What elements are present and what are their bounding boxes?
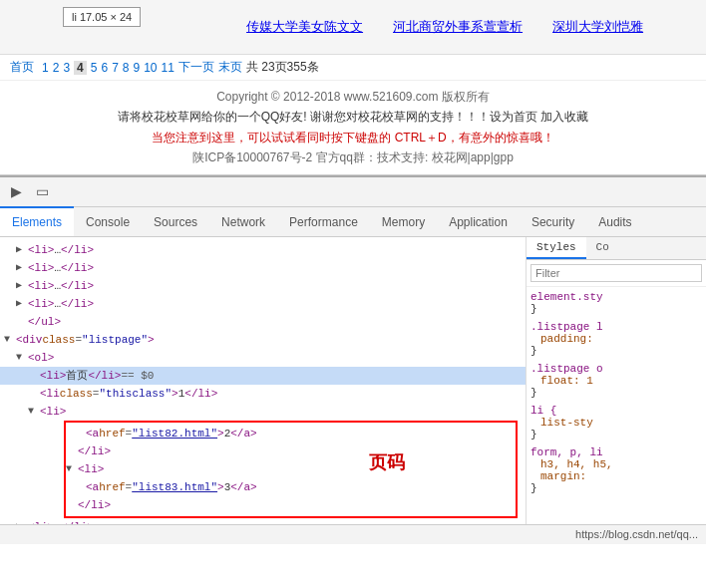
- triangle-icon[interactable]: ▶: [16, 242, 28, 258]
- webpage-content: Copyright © 2012-2018 www.521609.com 版权所…: [0, 81, 706, 174]
- elem-div-listpage[interactable]: ▼ <div class="listpage">: [0, 331, 526, 349]
- devtools-toolbar: ▶ ▭: [0, 177, 706, 207]
- devtools-body: ▶ <li>…</li> ▶ <li>…</li> ▶ <li>…</li> ▶…: [0, 237, 706, 524]
- icp-text: 陕ICP备10000767号-2 官方qq群：技术支持: 校花网|app|gpp: [10, 147, 696, 167]
- elements-panel: ▶ <li>…</li> ▶ <li>…</li> ▶ <li>…</li> ▶…: [0, 237, 527, 524]
- tab-network[interactable]: Network: [209, 206, 277, 236]
- nav-p2[interactable]: 2: [53, 61, 60, 75]
- nav-p11[interactable]: 11: [162, 61, 175, 75]
- nav-p9[interactable]: 9: [134, 61, 141, 75]
- webpage-top: li 17.05 × 24 传媒大学美女陈文文 河北商贸外事系萱萱析 深圳大学刘…: [0, 0, 706, 55]
- elem-li-3[interactable]: ▶ <li>…</li>: [0, 277, 526, 295]
- triangle-icon[interactable]: ▶: [16, 296, 28, 312]
- nav-p7[interactable]: 7: [112, 61, 119, 75]
- elem-li-thisclass[interactable]: ▶ <li class="thisclass">1</li>: [0, 385, 526, 403]
- webpage-area: li 17.05 × 24 传媒大学美女陈文文 河北商贸外事系萱萱析 深圳大学刘…: [0, 0, 706, 175]
- inspect-icon[interactable]: ▶: [4, 179, 28, 203]
- tab-memory[interactable]: Memory: [370, 206, 437, 236]
- elem-li-2[interactable]: ▶ <li>…</li>: [0, 259, 526, 277]
- tab-audits[interactable]: Audits: [586, 206, 643, 236]
- link-1[interactable]: 传媒大学美女陈文文: [246, 18, 363, 36]
- styles-tab-styles[interactable]: Styles: [527, 237, 586, 259]
- red-outline-box: ▶ <a href="list82.html">2</a> ▶ </li> ▼ …: [64, 421, 518, 518]
- styles-content: element.sty } .listpage l padding: } .li…: [527, 287, 706, 514]
- triangle-icon[interactable]: ▼: [16, 350, 28, 366]
- triangle-icon[interactable]: ▶: [16, 278, 28, 294]
- styles-tabs: Styles Co: [527, 237, 706, 260]
- style-rule-4: li { list-sty }: [530, 405, 702, 441]
- nav-last[interactable]: 末页: [218, 59, 242, 76]
- status-url: https://blog.csdn.net/qq...: [575, 528, 698, 540]
- elem-li-1[interactable]: ▶ <li>…</li>: [0, 241, 526, 259]
- elem-li-close-2[interactable]: ▶ </li>: [66, 496, 516, 514]
- nav-p6[interactable]: 6: [101, 61, 108, 75]
- tab-elements[interactable]: Elements: [0, 206, 74, 236]
- nav-next[interactable]: 下一页: [178, 59, 214, 76]
- tab-security[interactable]: Security: [520, 206, 586, 236]
- nav-home[interactable]: 首页: [10, 59, 34, 76]
- elem-a-list83[interactable]: ▶ <a href="list83.html">3</a>: [66, 478, 516, 496]
- nav-current: 4: [74, 61, 87, 75]
- devtools-statusbar: https://blog.csdn.net/qq...: [0, 524, 706, 544]
- elem-li-home[interactable]: ▶ <li>首页</li> == $0: [0, 367, 526, 385]
- tab-application[interactable]: Application: [437, 206, 520, 236]
- webpage-links: 传媒大学美女陈文文 河北商贸外事系萱萱析 深圳大学刘恺雅: [246, 18, 643, 36]
- nav-p8[interactable]: 8: [123, 61, 130, 75]
- triangle-icon[interactable]: ▼: [4, 332, 16, 348]
- triangle-icon[interactable]: ▼: [28, 404, 40, 420]
- webpage-nav: 首页 1 2 3 4 5 6 7 8 9 10 11 下一页 末页 共 23页3…: [0, 55, 706, 81]
- tab-console[interactable]: Console: [74, 206, 142, 236]
- elem-li-expand-2[interactable]: ▼ <li>: [66, 460, 516, 478]
- style-rule-3: .listpage o float: 1 }: [530, 363, 702, 399]
- copyright-text: Copyright © 2012-2018 www.521609.com 版权所…: [10, 87, 696, 107]
- elem-li-close-1[interactable]: ▶ </li>: [66, 442, 516, 460]
- elem-ul-close[interactable]: ▶ </ul>: [0, 313, 526, 331]
- link-2[interactable]: 河北商贸外事系萱萱析: [393, 18, 523, 36]
- mobile-icon[interactable]: ▭: [30, 179, 54, 203]
- elem-li-expand[interactable]: ▼ <li>: [0, 403, 526, 421]
- elem-a-list82[interactable]: ▶ <a href="list82.html">2</a>: [66, 425, 516, 442]
- link-3[interactable]: 深圳大学刘恺雅: [552, 18, 643, 36]
- style-rule-5: form, p, li h3, h4, h5, margin: }: [530, 446, 702, 494]
- ctrl-hint-text: 当您注意到这里，可以试试看同时按下键盘的 CTRL＋D，有意外的惊喜哦！: [10, 128, 696, 147]
- nav-p10[interactable]: 10: [144, 61, 157, 75]
- triangle-icon[interactable]: ▶: [16, 260, 28, 276]
- devtools-panel: ▶ ▭ Elements Console Sources Network Per…: [0, 175, 706, 544]
- styles-filter: [527, 260, 706, 287]
- tab-performance[interactable]: Performance: [277, 206, 370, 236]
- style-rule-1: element.sty }: [530, 291, 702, 315]
- support-text: 请将校花校草网给你的一个QQ好友! 谢谢您对校花校草网的支持！！！设为首页 加入…: [10, 107, 696, 127]
- triangle-icon[interactable]: ▼: [66, 461, 78, 477]
- elements-content: ▶ <li>…</li> ▶ <li>…</li> ▶ <li>…</li> ▶…: [0, 237, 526, 524]
- styles-tab-computed[interactable]: Co: [586, 237, 619, 259]
- devtools-tabs: Elements Console Sources Network Perform…: [0, 207, 706, 237]
- nav-total: 共 23页355条: [246, 59, 319, 76]
- tab-sources[interactable]: Sources: [142, 206, 209, 236]
- styles-filter-input[interactable]: [530, 264, 702, 282]
- elem-ol[interactable]: ▼ <ol>: [0, 349, 526, 367]
- elem-li-4[interactable]: ▶ <li>…</li>: [0, 295, 526, 313]
- styles-panel: Styles Co element.sty } .listpage l padd…: [527, 237, 706, 524]
- style-rule-2: .listpage l padding: }: [530, 321, 702, 357]
- nav-p5[interactable]: 5: [91, 61, 98, 75]
- tooltip-box: li 17.05 × 24: [63, 7, 141, 27]
- nav-p3[interactable]: 3: [63, 61, 70, 75]
- nav-p1[interactable]: 1: [42, 61, 49, 75]
